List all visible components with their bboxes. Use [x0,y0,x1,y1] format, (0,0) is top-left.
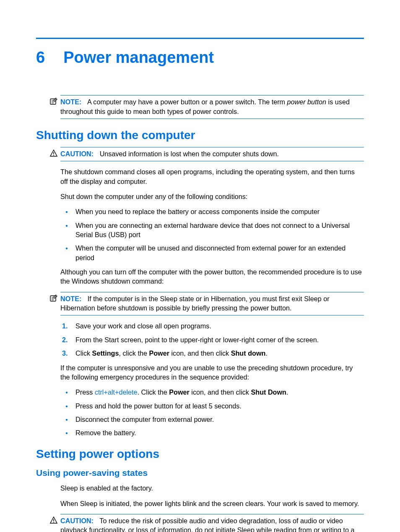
section-heading-power-options: Setting power options [36,446,364,462]
shutdown-conditions-list: When you need to replace the battery or … [60,207,364,262]
shutdown-steps: 1.Save your work and close all open prog… [60,321,364,358]
bold-text: Settings [92,349,119,357]
subsection-heading-power-saving: Using power-saving states [36,467,364,479]
kbd-alt: alt [108,388,115,396]
step-text: From the Start screen, point to the uppe… [75,336,319,343]
chapter-title: Power management [63,46,214,68]
text: icon, and then click [169,349,231,357]
step-number: 3. [62,349,68,358]
kbd-ctrl: ctrl [95,388,104,396]
step-item: 2.From the Start screen, point to the up… [60,335,364,344]
list-item: When the computer will be unused and dis… [60,243,364,262]
list-item: When you need to replace the battery or … [60,207,364,216]
list-item: When you are connecting an external hard… [60,221,364,240]
shutdown-content: CAUTION: Unsaved information is lost whe… [60,147,364,438]
svg-point-5 [53,522,54,523]
note-text: If the computer is in the Sleep state or… [60,295,330,312]
step-text: Save your work and close all open progra… [75,322,211,330]
text: Click [75,349,92,357]
step-number: 2. [62,335,68,344]
body-para: When Sleep is initiated, the power light… [60,499,364,508]
caution-text: Unsaved information is lost when the com… [100,150,279,158]
step-item: 1.Save your work and close all open prog… [60,321,364,331]
caution-icon [49,149,58,158]
text: Press [75,388,95,396]
body-para: Shut down the computer under any of the … [60,192,364,201]
list-item: Press and hold the power button for at l… [60,401,364,411]
chapter-number: 6 [36,46,45,68]
text: . [286,388,288,396]
note-icon [49,294,58,302]
list-item: Press ctrl+alt+delete. Click the Power i… [60,387,364,397]
body-para: Sleep is enabled at the factory. [60,483,364,493]
bold-text: Shut Down [251,388,286,396]
caution-callout-2: CAUTION: To reduce the risk of possible … [60,514,364,532]
chapter-heading: 6 Power management [36,46,364,68]
note-text-pre: A computer may have a power button or a … [87,98,287,106]
text: . [265,349,268,357]
text: . Click the [138,388,169,396]
note-text-italic: power button [287,98,327,106]
caution-label: CAUTION: [60,517,94,524]
caution-label: CAUTION: [60,150,94,158]
body-para: If the computer is unresponsive and you … [60,363,364,382]
note-callout-2: NOTE: If the computer is in the Sleep st… [60,292,364,316]
emergency-list: Press ctrl+alt+delete. Click the Power i… [60,387,364,437]
body-para: Although you can turn off the computer w… [60,267,364,286]
caution-text: To reduce the risk of possible audio and… [60,517,355,532]
step-text: Click Settings, click the Power icon, an… [75,349,268,357]
step-item: 3. Click Settings, click the Power icon,… [60,349,364,358]
list-item: Disconnect the computer from external po… [60,415,364,424]
step-number: 1. [62,321,68,331]
chapter-rule [36,38,364,39]
page: 6 Power management NOTE: A computer may … [0,0,400,532]
note-icon [49,97,58,106]
bold-text: Power [149,349,169,357]
note-block-1: NOTE: A computer may have a power button… [60,95,364,119]
section-heading-shutdown: Shutting down the computer [36,127,364,144]
note-label: NOTE: [60,295,81,302]
note-callout: NOTE: A computer may have a power button… [60,95,364,119]
list-item: Remove the battery. [60,428,364,437]
caution-callout-1: CAUTION: Unsaved information is lost whe… [60,147,364,161]
bold-text: Shut down [231,349,266,357]
bold-text: Power [169,388,190,396]
power-saving-content: Sleep is enabled at the factory. When Sl… [60,483,364,532]
kbd-delete: delete [119,388,138,396]
text: , click the [119,349,149,357]
note-label: NOTE: [60,98,81,106]
kbd-plus: + [104,388,107,396]
kbd-plus: + [115,388,119,396]
caution-icon [49,516,58,524]
body-para: The shutdown command closes all open pro… [60,167,364,186]
svg-point-2 [53,155,54,155]
text: icon, and then click [190,388,251,396]
